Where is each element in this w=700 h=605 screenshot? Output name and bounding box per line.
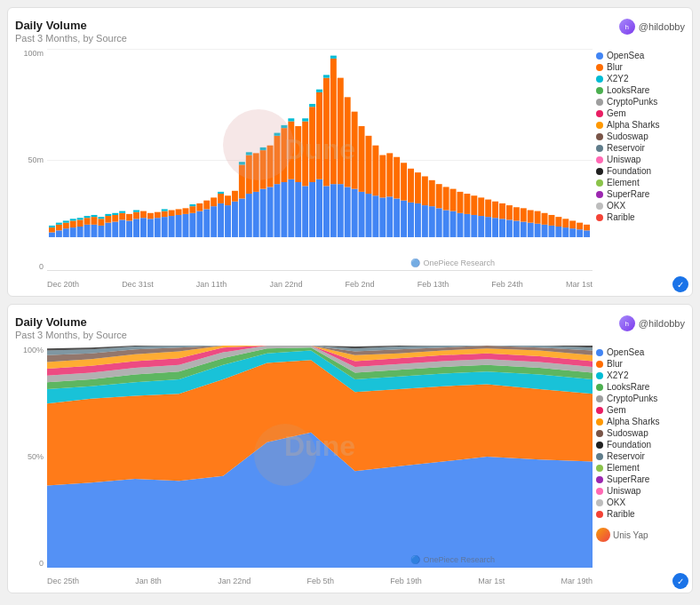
svg-rect-48 xyxy=(169,216,175,237)
svg-rect-149 xyxy=(478,216,484,237)
svg-rect-167 xyxy=(542,225,548,237)
svg-rect-1 xyxy=(49,233,55,237)
svg-rect-153 xyxy=(492,218,498,237)
svg-rect-176 xyxy=(569,220,576,228)
legend-item-blur: Blur xyxy=(596,62,685,72)
legend-dot-element xyxy=(596,179,603,187)
svg-rect-129 xyxy=(408,203,414,237)
svg-rect-44 xyxy=(155,212,161,219)
legend-dot-gem xyxy=(596,110,603,117)
chart1-plot: 100m 50m 0 xyxy=(15,49,593,289)
legend2-item-blur: Blur xyxy=(596,359,685,369)
svg-rect-39 xyxy=(140,218,147,237)
chart1-bars: Dune xyxy=(47,49,593,271)
svg-rect-81 xyxy=(267,187,274,237)
svg-rect-86 xyxy=(281,182,287,237)
legend-dot-foundation xyxy=(596,168,603,175)
svg-rect-5 xyxy=(56,225,62,231)
svg-rect-160 xyxy=(513,207,520,220)
legend-item-gem: Gem xyxy=(596,108,685,118)
chart2-legend: OpenSea Blur X2Y2 LooksRare CryptoPunks … xyxy=(596,346,685,568)
svg-rect-131 xyxy=(415,203,421,237)
svg-rect-22 xyxy=(98,226,104,237)
svg-rect-150 xyxy=(478,197,484,216)
chart1-subtitle: Past 3 Months, by Source xyxy=(15,33,127,44)
svg-rect-41 xyxy=(147,219,154,237)
svg-rect-47 xyxy=(162,209,168,211)
svg-rect-31 xyxy=(119,219,125,237)
svg-rect-72 xyxy=(239,162,245,164)
chart1-avatar: h xyxy=(619,19,635,35)
svg-rect-63 xyxy=(218,203,224,237)
svg-rect-171 xyxy=(555,227,561,237)
svg-rect-21 xyxy=(91,215,98,217)
svg-rect-78 xyxy=(260,189,266,237)
legend2-item-cryptopunks: CryptoPunks xyxy=(596,394,685,403)
svg-rect-96 xyxy=(302,118,308,121)
svg-rect-17 xyxy=(84,218,91,225)
legend-dot-cryptopunks xyxy=(596,99,603,106)
svg-rect-108 xyxy=(330,56,337,59)
svg-rect-178 xyxy=(577,223,583,230)
legend-dot-superrare xyxy=(596,191,603,198)
svg-rect-70 xyxy=(239,198,245,236)
svg-rect-53 xyxy=(183,208,189,214)
svg-rect-95 xyxy=(302,122,308,187)
chart1-area: 100m 50m 0 xyxy=(15,49,685,289)
chart2-plot: 100% 50% 0 xyxy=(15,346,593,585)
svg-rect-173 xyxy=(562,227,569,237)
svg-rect-143 xyxy=(457,213,463,237)
legend2-item-reservoir: Reservoir xyxy=(596,451,685,461)
svg-rect-125 xyxy=(394,198,400,236)
svg-rect-16 xyxy=(84,225,91,237)
svg-rect-93 xyxy=(295,126,301,182)
svg-rect-112 xyxy=(345,97,351,187)
svg-rect-159 xyxy=(513,220,520,236)
svg-rect-180 xyxy=(584,225,590,231)
svg-rect-57 xyxy=(196,211,203,237)
svg-rect-9 xyxy=(63,220,69,222)
chart1-checkmark[interactable]: ✓ xyxy=(672,276,688,292)
svg-rect-161 xyxy=(521,222,527,237)
legend-dot-x2y2 xyxy=(596,76,603,83)
legend-item-opensea: OpenSea xyxy=(596,51,685,60)
svg-rect-120 xyxy=(372,146,378,196)
chart2-checkmark[interactable]: ✓ xyxy=(672,573,688,589)
svg-rect-165 xyxy=(535,224,541,237)
svg-rect-67 xyxy=(225,195,231,205)
svg-rect-65 xyxy=(218,192,224,194)
svg-rect-58 xyxy=(196,203,203,211)
legend-dot-sudoswap xyxy=(596,133,603,140)
onepiece-watermark-2: 🔵OnePiece Research xyxy=(410,555,495,564)
svg-rect-61 xyxy=(211,206,217,237)
svg-rect-54 xyxy=(189,213,195,237)
svg-rect-6 xyxy=(56,223,62,225)
legend2-item-uniswap: Uniswap xyxy=(596,486,685,496)
svg-rect-25 xyxy=(105,223,111,237)
svg-rect-124 xyxy=(386,153,393,196)
svg-rect-12 xyxy=(70,219,76,220)
legend-dot-uniswap xyxy=(596,156,603,163)
svg-rect-64 xyxy=(218,194,224,203)
svg-rect-68 xyxy=(232,202,238,237)
svg-rect-20 xyxy=(91,217,98,225)
svg-rect-91 xyxy=(288,118,294,121)
svg-rect-42 xyxy=(147,213,154,219)
svg-rect-137 xyxy=(436,208,442,237)
svg-rect-50 xyxy=(176,215,182,237)
legend-item-okx: OKX xyxy=(596,201,685,211)
svg-rect-46 xyxy=(162,211,168,218)
svg-rect-43 xyxy=(155,218,161,237)
legend2-dot-superrare xyxy=(596,476,603,483)
legend-item-superrare: SuperRare xyxy=(596,189,685,199)
svg-rect-89 xyxy=(288,179,294,237)
svg-rect-168 xyxy=(542,213,548,225)
svg-rect-119 xyxy=(372,195,378,237)
svg-rect-52 xyxy=(183,214,189,237)
svg-rect-40 xyxy=(140,211,147,219)
svg-rect-82 xyxy=(267,146,274,187)
legend2-dot-looksrare xyxy=(596,384,603,391)
legend-item-alphasharks: Alpha Sharks xyxy=(596,120,685,130)
svg-rect-18 xyxy=(84,216,91,218)
svg-rect-114 xyxy=(352,112,358,189)
